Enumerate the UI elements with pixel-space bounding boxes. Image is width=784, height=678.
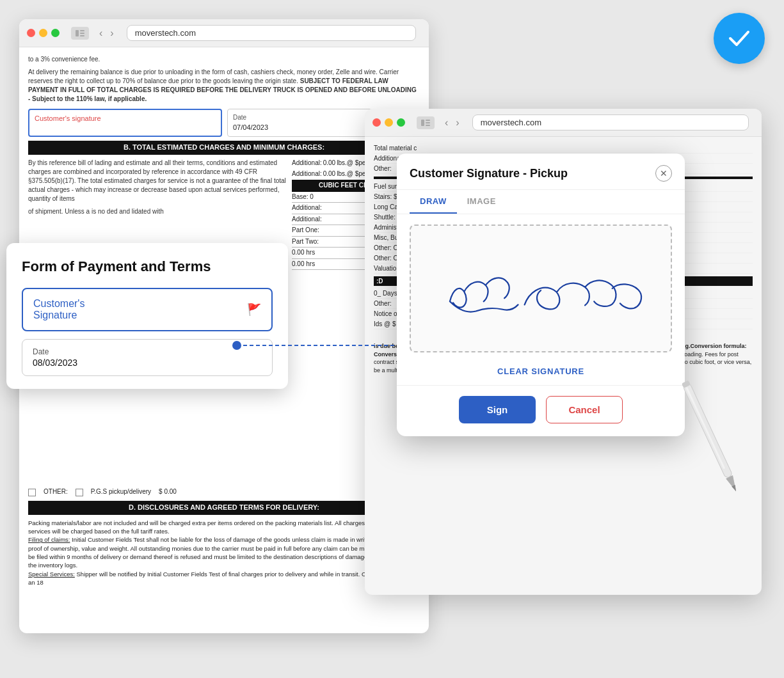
form-of-payment-card: Form of Payment and Terms Customer's Sig… (6, 243, 288, 389)
back-url-bar[interactable]: moverstech.com (127, 25, 416, 41)
front-back-btn[interactable]: ‹ (442, 116, 451, 130)
front-sidebar-icon[interactable] (417, 116, 435, 129)
sig-dialog-header: Customer Signature - Pickup ✕ (397, 154, 685, 190)
svg-rect-1 (80, 30, 84, 31)
clear-signature-button[interactable]: CLEAR SIGNATURE (397, 363, 685, 385)
back-sig-box[interactable]: Customer's signature (28, 109, 222, 137)
fop-date-box: Date 08/03/2023 (22, 339, 273, 376)
svg-rect-3 (80, 35, 84, 36)
sig-tabs: DRAW IMAGE (397, 190, 685, 214)
convenience-fee-text: to a 3% convenience fee. (28, 55, 420, 64)
section-b-header: B. TOTAL ESTIMATED CHARGES AND MINIMUM C… (28, 141, 420, 155)
sig-dialog-title: Customer Signature - Pickup (410, 167, 568, 180)
traffic-lights (27, 29, 60, 37)
maximize-traffic-light[interactable] (51, 29, 60, 37)
section-d-header: D. DISCLOSURES AND AGREED TERMS FOR DELI… (28, 501, 420, 515)
front-nav-btns: ‹ › (442, 116, 462, 130)
front-browser-titlebar: ‹ › moverstech.com (365, 109, 762, 137)
checkmark-icon (725, 24, 753, 52)
minimize-traffic-light[interactable] (39, 29, 47, 37)
fop-flag-icon: 🚩 (247, 303, 261, 317)
front-close-light[interactable] (372, 118, 381, 127)
fop-sig-label: Customer's Signature (33, 298, 84, 321)
sig-canvas-area[interactable] (410, 225, 672, 352)
close-dialog-button[interactable]: ✕ (655, 165, 672, 182)
back-browser-titlebar: ‹ › moverstech.com (19, 19, 429, 47)
signature-drawing (411, 226, 671, 351)
svg-rect-8 (426, 120, 430, 121)
forward-button[interactable]: › (108, 26, 116, 40)
sign-button[interactable]: Sign (459, 396, 536, 423)
tab-image[interactable]: IMAGE (457, 190, 506, 214)
sig-divider (397, 385, 685, 386)
front-fwd-btn[interactable]: › (453, 116, 461, 130)
front-url-bar[interactable]: moverstech.com (472, 114, 749, 130)
sig-actions: Sign Cancel (397, 396, 685, 436)
front-maximize-light[interactable] (397, 118, 405, 127)
svg-rect-7 (421, 120, 424, 126)
tab-draw[interactable]: DRAW (410, 190, 457, 214)
delivery-balance-text: At delivery the remaining balance is due… (28, 68, 420, 104)
other-pgs-row: OTHER: P.G.S pickup/delivery $ 0.00 (28, 487, 420, 497)
bottom-doc-area: OTHER: P.G.S pickup/delivery $ 0.00 D. D… (28, 487, 420, 587)
fop-date-label: Date (33, 347, 262, 356)
sidebar-toggle-icon[interactable] (71, 27, 89, 40)
svg-rect-0 (76, 30, 79, 36)
signature-dialog: Customer Signature - Pickup ✕ DRAW IMAGE… (397, 154, 685, 436)
cancel-button[interactable]: Cancel (546, 396, 623, 423)
back-button[interactable]: ‹ (97, 26, 105, 40)
close-traffic-light[interactable] (27, 29, 35, 37)
fop-title: Form of Payment and Terms (22, 258, 273, 275)
disclosure-text: Packing materials/labor are not included… (28, 519, 420, 587)
back-sig-date-row: Customer's signature Date 07/04/2023 (28, 109, 420, 137)
back-nav-buttons: ‹ › (97, 26, 116, 40)
svg-rect-9 (426, 122, 430, 123)
svg-rect-10 (426, 125, 430, 126)
fop-date-val: 08/03/2023 (33, 358, 262, 368)
success-checkmark-badge (714, 13, 765, 64)
svg-rect-2 (80, 33, 84, 34)
fop-signature-box[interactable]: Customer's Signature 🚩 (22, 288, 273, 331)
front-minimize-light[interactable] (385, 118, 393, 127)
front-traffic-lights (372, 118, 405, 127)
total-material-row: Total material c (374, 143, 753, 154)
